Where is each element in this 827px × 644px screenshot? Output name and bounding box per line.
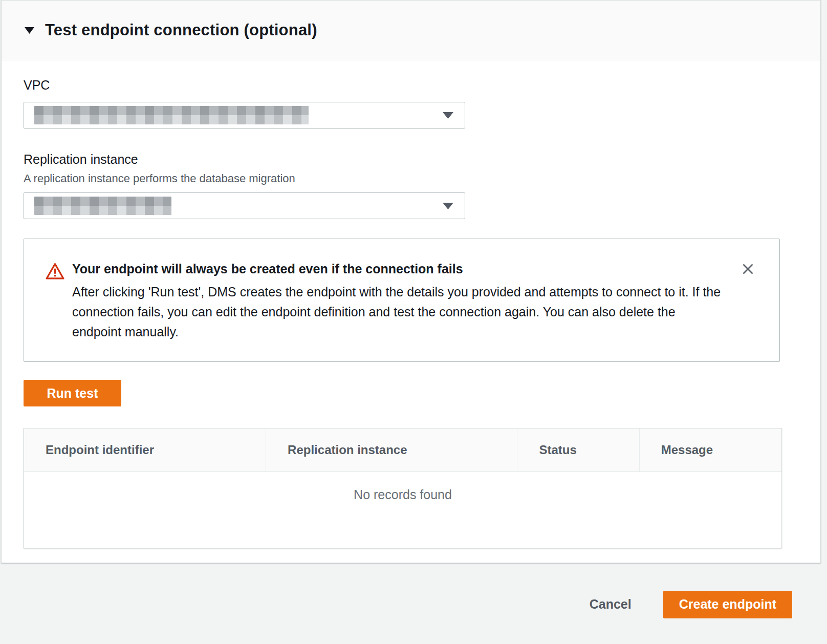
vpc-redacted-value bbox=[34, 106, 309, 124]
replication-instance-redacted-value bbox=[34, 197, 171, 215]
table-header-row: Endpoint identifier Replication instance… bbox=[24, 428, 781, 472]
replication-instance-select[interactable] bbox=[24, 192, 465, 219]
column-header-status: Status bbox=[517, 428, 639, 471]
create-endpoint-button[interactable]: Create endpoint bbox=[663, 591, 792, 618]
dms-create-endpoint-page: Test endpoint connection (optional) VPC … bbox=[0, 0, 827, 644]
alert-body-text: After clicking 'Run test', DMS creates t… bbox=[72, 282, 723, 342]
warning-triangle-icon bbox=[46, 262, 64, 282]
cancel-button[interactable]: Cancel bbox=[590, 597, 632, 612]
connection-test-table: Endpoint identifier Replication instance… bbox=[24, 428, 782, 548]
close-icon[interactable] bbox=[741, 262, 755, 276]
endpoint-warning-alert: Your endpoint will always be created eve… bbox=[24, 239, 780, 362]
panel-header[interactable]: Test endpoint connection (optional) bbox=[2, 1, 820, 60]
alert-title: Your endpoint will always be created eve… bbox=[72, 262, 723, 276]
replication-instance-caret-icon bbox=[443, 203, 453, 209]
collapse-triangle-icon[interactable] bbox=[25, 27, 34, 34]
vpc-select[interactable] bbox=[24, 102, 465, 128]
vpc-field: VPC bbox=[24, 78, 798, 128]
vpc-label: VPC bbox=[24, 78, 798, 93]
vpc-caret-icon bbox=[443, 112, 453, 119]
panel-body: VPC Replication instance A replication i… bbox=[2, 60, 820, 548]
column-header-endpoint-identifier: Endpoint identifier bbox=[24, 428, 266, 471]
form-actions-footer: Cancel Create endpoint bbox=[0, 565, 827, 644]
test-endpoint-connection-panel: Test endpoint connection (optional) VPC … bbox=[1, 0, 821, 563]
replication-instance-label: Replication instance bbox=[24, 152, 798, 167]
column-header-replication-instance: Replication instance bbox=[266, 428, 517, 471]
panel-title: Test endpoint connection (optional) bbox=[45, 21, 317, 39]
replication-instance-field: Replication instance A replication insta… bbox=[24, 152, 798, 219]
table-empty-message: No records found bbox=[24, 472, 781, 548]
replication-instance-description: A replication instance performs the data… bbox=[24, 172, 798, 185]
column-header-message: Message bbox=[639, 428, 781, 471]
run-test-button[interactable]: Run test bbox=[24, 380, 121, 406]
alert-content: Your endpoint will always be created eve… bbox=[72, 262, 754, 342]
